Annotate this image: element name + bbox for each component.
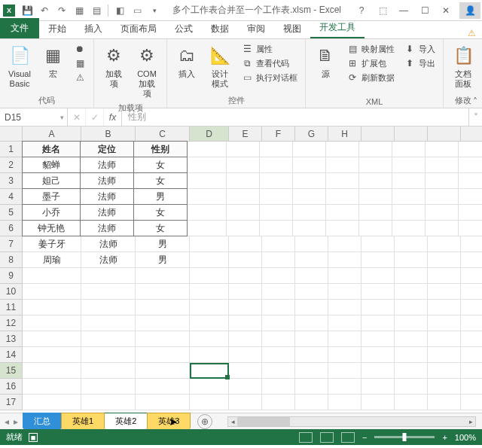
cell-C9[interactable] <box>136 268 190 284</box>
cell-C16[interactable] <box>136 379 190 395</box>
cell-J11[interactable] <box>395 300 428 315</box>
cell-F4[interactable] <box>260 189 293 205</box>
cell-H13[interactable] <box>328 331 362 347</box>
cell-G8[interactable] <box>295 252 328 268</box>
view-pagebreak-button[interactable] <box>341 432 355 443</box>
cell-grid[interactable]: 姓名定位性别貂蝉法师女妲己法师女墨子法师男小乔法师女钟无艳法师女姜子牙法师男周瑜… <box>23 142 482 410</box>
cell-D17[interactable] <box>190 395 229 410</box>
sheet-tab-汇总[interactable]: 汇总 <box>23 413 62 429</box>
cell-J1[interactable] <box>392 142 426 157</box>
qat-custom-1[interactable]: ▦ <box>71 2 87 19</box>
row-header-3[interactable]: 3 <box>0 173 23 189</box>
cell-K6[interactable] <box>426 221 459 236</box>
cell-B1[interactable]: 定位 <box>80 141 134 157</box>
enter-formula-button[interactable]: ✓ <box>86 108 104 126</box>
cell-J5[interactable] <box>392 205 426 221</box>
view-code-button[interactable]: ⧉查看代码 <box>238 56 300 70</box>
cell-B6[interactable]: 法师 <box>80 220 134 236</box>
zoom-out-button[interactable]: − <box>362 433 367 442</box>
cell-A10[interactable] <box>23 284 81 300</box>
cell-G4[interactable] <box>293 189 326 205</box>
cell-D2[interactable] <box>188 157 227 173</box>
cell-C10[interactable] <box>136 284 190 300</box>
hscroll-left[interactable]: ◂ <box>228 417 237 426</box>
ribbon-display-button[interactable]: ⬚ <box>372 2 393 19</box>
cell-E14[interactable] <box>229 347 262 363</box>
cell-E15[interactable] <box>229 363 262 379</box>
design-mode-button[interactable]: 📐 设计模式 <box>205 42 235 90</box>
cell-A6[interactable]: 钟无艳 <box>22 220 81 236</box>
cell-J16[interactable] <box>395 379 428 395</box>
col-header-H[interactable]: H <box>328 126 362 142</box>
tab-nav-prev[interactable]: ◂ <box>5 416 9 427</box>
cell-D5[interactable] <box>188 205 227 221</box>
name-box[interactable]: D15 <box>0 108 68 126</box>
cell-G11[interactable] <box>295 300 328 315</box>
cell-H1[interactable] <box>326 142 359 157</box>
tab-view[interactable]: 视图 <box>274 20 310 38</box>
cell-I13[interactable] <box>362 331 395 347</box>
cell-B8[interactable]: 法师 <box>81 252 136 268</box>
fx-button[interactable]: fx <box>104 108 122 126</box>
row-header-17[interactable]: 17 <box>0 395 23 410</box>
cell-G12[interactable] <box>295 315 328 331</box>
cell-D9[interactable] <box>190 268 229 284</box>
cell-C11[interactable] <box>136 300 190 315</box>
cell-F7[interactable] <box>262 236 295 252</box>
sheet-tab-英雄1[interactable]: 英雄1 <box>61 413 105 429</box>
cell-G13[interactable] <box>295 331 328 347</box>
col-header-G[interactable]: G <box>295 126 328 142</box>
map-properties-button[interactable]: ▤映射属性 <box>343 42 398 56</box>
cell-L2[interactable] <box>459 157 482 173</box>
cell-B15[interactable] <box>81 363 136 379</box>
cell-J17[interactable] <box>395 395 428 410</box>
cell-A12[interactable] <box>23 315 81 331</box>
col-header-D[interactable]: D <box>190 126 229 142</box>
cell-I1[interactable] <box>359 142 392 157</box>
tab-insert[interactable]: 插入 <box>75 20 111 38</box>
macro-security-button[interactable]: ⚠ <box>71 71 89 84</box>
document-panel-button[interactable]: 📋 文档面板 <box>448 42 478 90</box>
zoom-in-button[interactable]: + <box>442 433 447 442</box>
cell-I14[interactable] <box>362 347 395 363</box>
row-header-5[interactable]: 5 <box>0 205 23 221</box>
cell-D14[interactable] <box>190 347 229 363</box>
cell-D7[interactable] <box>190 236 229 252</box>
cell-L6[interactable] <box>459 221 482 236</box>
horizontal-scrollbar[interactable]: ◂ ▸ <box>227 416 476 427</box>
col-header-E[interactable]: E <box>229 126 262 142</box>
macros-button[interactable]: ▦ 宏 <box>38 42 68 81</box>
refresh-data-button[interactable]: ⟳刷新数据 <box>343 71 398 84</box>
run-dialog-button[interactable]: ▭执行对话框 <box>238 71 300 84</box>
cell-H4[interactable] <box>326 189 359 205</box>
cell-C8[interactable]: 男 <box>136 252 190 268</box>
cell-L12[interactable] <box>461 315 482 331</box>
cell-H10[interactable] <box>328 284 362 300</box>
cell-B17[interactable] <box>81 395 136 410</box>
cell-H7[interactable] <box>328 236 362 252</box>
col-header-A[interactable]: A <box>23 126 81 142</box>
cell-G7[interactable] <box>295 236 328 252</box>
col-header-B[interactable]: B <box>81 126 136 142</box>
cell-K15[interactable] <box>428 363 461 379</box>
redo-button[interactable]: ↷ <box>53 2 70 19</box>
cell-B5[interactable]: 法师 <box>80 204 134 221</box>
cell-A8[interactable]: 周瑜 <box>23 252 81 268</box>
cell-G14[interactable] <box>295 347 328 363</box>
cell-A16[interactable] <box>23 379 81 395</box>
cell-F12[interactable] <box>262 315 295 331</box>
cell-G9[interactable] <box>295 268 328 284</box>
cell-H14[interactable] <box>328 347 362 363</box>
cell-B12[interactable] <box>81 315 136 331</box>
cell-I4[interactable] <box>359 189 392 205</box>
tab-formula[interactable]: 公式 <box>166 20 202 38</box>
cell-I10[interactable] <box>362 284 395 300</box>
tab-data[interactable]: 数据 <box>202 20 238 38</box>
row-header-6[interactable]: 6 <box>0 221 23 236</box>
cell-C4[interactable]: 男 <box>133 188 188 205</box>
cell-L9[interactable] <box>461 268 482 284</box>
cell-F9[interactable] <box>262 268 295 284</box>
col-header-F[interactable]: F <box>262 126 295 142</box>
cell-E4[interactable] <box>227 189 260 205</box>
sheet-tab-英雄2[interactable]: 英雄2 <box>104 412 148 429</box>
